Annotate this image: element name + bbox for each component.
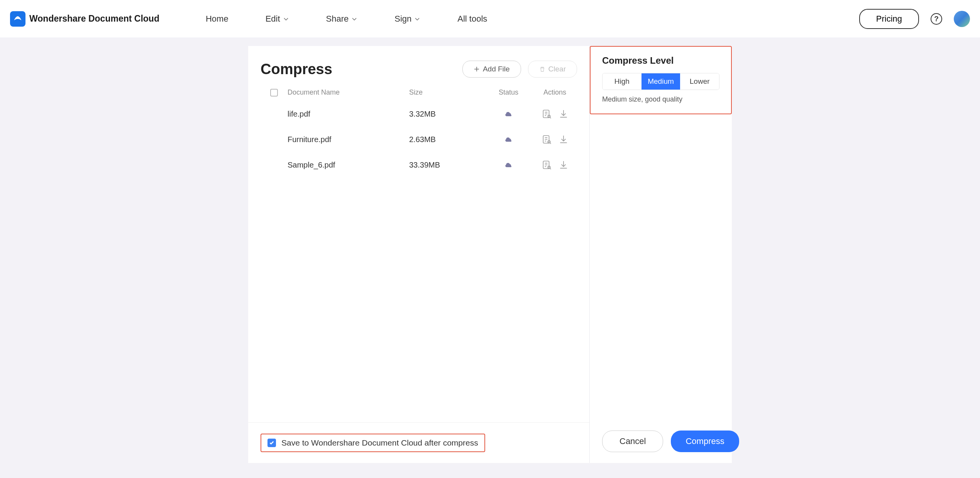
table-header: Document Name Size Status Actions (248, 84, 589, 101)
download-icon[interactable] (559, 160, 569, 170)
nav-all-tools[interactable]: All tools (457, 14, 487, 24)
nav-edit[interactable]: Edit (266, 14, 289, 24)
level-segmented: High Medium Lower (602, 73, 719, 90)
compress-level-panel: Compress Level High Medium Lower Medium … (590, 46, 732, 114)
right-pane: Compress Level High Medium Lower Medium … (590, 46, 732, 463)
add-file-button[interactable]: Add File (462, 61, 521, 78)
th-status: Status (484, 88, 533, 97)
add-file-label: Add File (483, 65, 510, 73)
clear-button[interactable]: Clear (528, 61, 577, 78)
compress-level-desc: Medium size, good quality (602, 95, 719, 103)
nav-sign[interactable]: Sign (394, 14, 420, 24)
help-icon[interactable]: ? (931, 13, 942, 25)
avatar[interactable] (954, 11, 970, 27)
level-medium[interactable]: Medium (641, 73, 680, 90)
cloud-icon (504, 160, 513, 168)
left-head: Compress Add File Clear (248, 46, 589, 84)
details-icon[interactable] (542, 134, 552, 144)
nav-share[interactable]: Share (326, 14, 358, 24)
file-status (484, 160, 533, 170)
select-all-checkbox[interactable] (270, 89, 278, 97)
download-icon[interactable] (559, 109, 569, 119)
save-after-compress-checkbox[interactable] (267, 439, 276, 447)
nav-sign-label: Sign (394, 14, 411, 24)
level-high[interactable]: High (603, 73, 641, 90)
page-title: Compress (261, 61, 332, 78)
compress-button[interactable]: Compress (671, 431, 739, 452)
file-status (484, 109, 533, 119)
file-status (484, 135, 533, 144)
check-icon (269, 440, 274, 446)
table-row: Furniture.pdf2.63MB (248, 127, 589, 152)
cloud-icon (504, 109, 513, 117)
plus-icon (474, 66, 480, 72)
file-name: life.pdf (288, 110, 409, 119)
brand-block[interactable]: Wondershare Document Cloud (10, 11, 159, 27)
clear-label: Clear (548, 65, 566, 73)
left-pane: Compress Add File Clear Document Name Si… (248, 46, 590, 463)
trash-icon (539, 66, 545, 72)
left-footer: Save to Wondershare Document Cloud after… (248, 422, 589, 463)
main-panel: Compress Add File Clear Document Name Si… (248, 46, 732, 463)
nav-home-label: Home (206, 14, 228, 24)
download-icon[interactable] (559, 134, 569, 144)
file-name: Furniture.pdf (288, 135, 409, 144)
file-size: 3.32MB (409, 110, 484, 119)
file-size: 2.63MB (409, 135, 484, 144)
details-icon[interactable] (542, 109, 552, 119)
th-document-name: Document Name (288, 88, 409, 97)
save-after-compress-label: Save to Wondershare Document Cloud after… (281, 438, 478, 447)
brand-text: Wondershare Document Cloud (29, 14, 159, 24)
nav-all-tools-label: All tools (457, 14, 487, 24)
brand-logo-icon (10, 11, 25, 27)
right-footer: Cancel Compress (590, 420, 732, 463)
file-size: 33.39MB (409, 161, 484, 170)
chevron-down-icon (351, 16, 357, 22)
pricing-button[interactable]: Pricing (859, 9, 919, 29)
app-header: Wondershare Document Cloud Home Edit Sha… (0, 0, 980, 37)
compress-level-title: Compress Level (602, 55, 719, 66)
cloud-icon (504, 135, 513, 142)
header-right: Pricing ? (859, 9, 970, 29)
nav-edit-label: Edit (266, 14, 280, 24)
cancel-button[interactable]: Cancel (602, 431, 663, 452)
nav-home[interactable]: Home (206, 14, 228, 24)
th-size: Size (409, 88, 484, 97)
top-nav: Home Edit Share Sign All tools (206, 14, 487, 24)
save-after-compress-wrap[interactable]: Save to Wondershare Document Cloud after… (261, 434, 485, 452)
level-lower[interactable]: Lower (680, 73, 719, 90)
head-actions: Add File Clear (462, 61, 577, 78)
workspace: Compress Add File Clear Document Name Si… (0, 37, 980, 463)
table-row: life.pdf3.32MB (248, 101, 589, 127)
chevron-down-icon (283, 16, 289, 22)
chevron-down-icon (414, 16, 420, 22)
th-actions: Actions (533, 88, 577, 97)
table-row: Sample_6.pdf33.39MB (248, 152, 589, 178)
details-icon[interactable] (542, 160, 552, 170)
file-rows: life.pdf3.32MBFurniture.pdf2.63MBSample_… (248, 101, 589, 178)
nav-share-label: Share (326, 14, 349, 24)
file-name: Sample_6.pdf (288, 161, 409, 170)
